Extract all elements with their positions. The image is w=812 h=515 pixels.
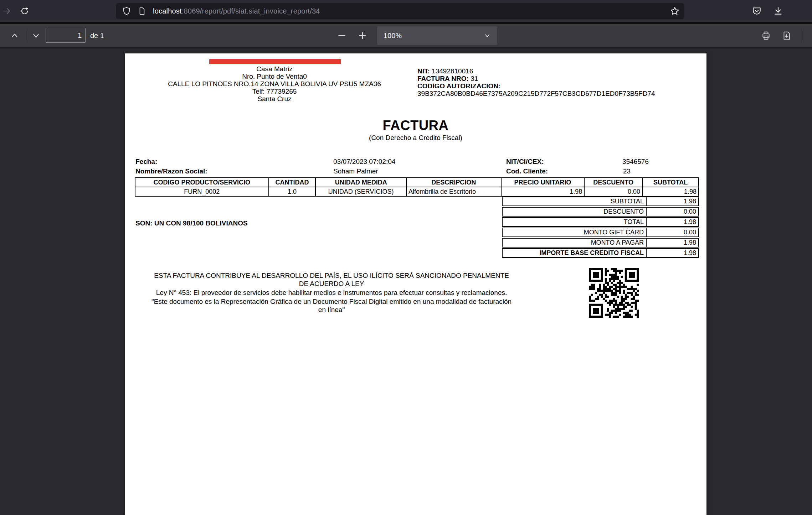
total-value: 1.98 xyxy=(646,217,699,227)
total-row-monto-a-pagar: MONTO A PAGAR 1.98 xyxy=(502,238,699,248)
zoom-out-button[interactable] xyxy=(337,31,346,40)
total-label: DESCUENTO xyxy=(502,207,646,217)
pdf-viewer[interactable]: HUAYCHO SUIZA MANUEL ALFREDO Casa Matriz… xyxy=(0,48,812,515)
total-label: TOTAL xyxy=(502,217,646,227)
save-button[interactable] xyxy=(782,31,791,40)
nit-label: NIT: xyxy=(417,67,430,75)
legal-footer: ESTA FACTURA CONTRIBUYE AL DESARROLLO DE… xyxy=(135,271,528,314)
factura-nro-value: 31 xyxy=(471,75,478,82)
browser-navbar: localhost:8069/report/pdf/siat.siat_invo… xyxy=(0,0,812,22)
url-path: :8069/report/pdf/siat.siat_invoice_repor… xyxy=(182,7,320,15)
company-pos: Nro. Punto de Venta0 xyxy=(146,73,403,80)
codigo-autorizacion-value: 39B372CA80B0BD46E7375A209C215D772F57CB3C… xyxy=(417,90,655,97)
table-row: FURN_0002 1.0 UNIDAD (SERVICIOS) Alfombr… xyxy=(135,187,699,196)
col-header-precio: PRECIO UNITARIO xyxy=(501,178,585,187)
url-text[interactable]: localhost:8069/report/pdf/siat.siat_invo… xyxy=(153,7,320,15)
plus-icon xyxy=(358,31,367,40)
col-header-descripcion: DESCRIPCION xyxy=(406,178,501,187)
total-value: 1.98 xyxy=(646,248,699,258)
zoom-level-select[interactable]: 100% xyxy=(377,26,497,45)
chevron-down-icon xyxy=(31,31,41,40)
col-header-subtotal: SUBTOTAL xyxy=(642,178,699,187)
fiscal-block: NIT: 13492810016 FACTURA NRO: 31 CODIGO … xyxy=(417,67,655,97)
company-city: Santa Cruz xyxy=(146,95,403,103)
company-phone: Telf: 77739265 xyxy=(146,88,403,95)
document-title: FACTURA xyxy=(125,118,706,133)
item-codigo: FURN_0002 xyxy=(135,187,269,196)
shield-icon[interactable] xyxy=(122,7,131,15)
pocket-icon xyxy=(752,6,761,16)
pdf-toolbar: de 1 100% xyxy=(0,24,812,47)
company-address: CALLE LO PITNOES NRO.14 ZONA VILLA BOLIV… xyxy=(146,80,403,88)
forward-arrow-icon xyxy=(2,7,11,15)
page-number-input[interactable] xyxy=(46,28,86,43)
item-subtotal: 1.98 xyxy=(642,187,699,196)
toolbar-divider xyxy=(26,29,26,42)
qr-code xyxy=(589,268,639,318)
nit-ci-label: NIT/CI/CEX: xyxy=(506,158,544,166)
print-button[interactable] xyxy=(761,31,771,40)
zoom-level-value: 100% xyxy=(384,32,402,40)
total-label: IMPORTE BASE CREDITO FISCAL xyxy=(502,248,646,258)
total-row-gift-card: MONTO GIFT CARD 0.00 xyxy=(502,228,699,237)
total-row-importe-base: IMPORTE BASE CREDITO FISCAL 1.98 xyxy=(502,248,699,258)
url-host: localhost xyxy=(153,7,182,15)
footer-line: ESTA FACTURA CONTRIBUYE AL DESARROLLO DE… xyxy=(135,271,528,280)
pocket-button[interactable] xyxy=(751,5,763,17)
footer-line: "Este documento es la Representación Grá… xyxy=(135,297,528,306)
bookmark-star-button[interactable] xyxy=(670,6,679,16)
reload-button[interactable] xyxy=(19,5,31,17)
footer-line: en línea" xyxy=(135,306,528,314)
download-icon xyxy=(774,6,783,16)
factura-nro-label: FACTURA NRO: xyxy=(417,75,469,82)
cod-cliente-label: Cod. Cliente: xyxy=(506,167,548,175)
chevron-down-icon xyxy=(484,32,491,39)
save-page-icon xyxy=(782,31,791,40)
page-count-label: de 1 xyxy=(90,24,104,47)
col-header-descuento: DESCUENTO xyxy=(584,178,642,187)
item-descuento: 0.00 xyxy=(584,187,642,196)
forward-button[interactable] xyxy=(1,5,13,17)
company-block: HUAYCHO SUIZA MANUEL ALFREDO Casa Matriz… xyxy=(146,58,403,103)
url-bar[interactable]: localhost:8069/report/pdf/siat.siat_invo… xyxy=(116,3,684,19)
col-header-cantidad: CANTIDAD xyxy=(269,178,316,187)
downloads-button[interactable] xyxy=(772,5,784,17)
minus-icon xyxy=(337,31,346,40)
total-value: 1.98 xyxy=(646,197,699,206)
cod-cliente-value: 23 xyxy=(623,167,631,175)
items-table: CODIGO PRODUCTO/SERVICIO CANTIDAD UNIDAD… xyxy=(135,177,699,197)
zoom-in-button[interactable] xyxy=(358,31,367,40)
total-row-subtotal: SUBTOTAL 1.98 xyxy=(502,197,699,206)
nit-ci-value: 3546576 xyxy=(622,158,649,166)
total-value: 0.00 xyxy=(646,228,699,237)
footer-line: Ley N° 453: El proveedor de servicios de… xyxy=(135,288,528,297)
star-icon xyxy=(670,6,679,16)
chevron-up-icon xyxy=(10,31,19,40)
page-info-icon[interactable] xyxy=(138,7,146,15)
printer-icon xyxy=(761,31,771,40)
col-header-unidad: UNIDAD MEDIDA xyxy=(315,178,406,187)
razon-social-label: Nombre/Razon Social: xyxy=(135,167,207,175)
item-cantidad: 1.0 xyxy=(269,187,316,196)
invoice-page: HUAYCHO SUIZA MANUEL ALFREDO Casa Matriz… xyxy=(125,53,706,515)
totals-table: SUBTOTAL 1.98 DESCUENTO 0.00 TOTAL 1.98 … xyxy=(502,197,699,259)
item-descripcion: Alfombrilla de Escritorio xyxy=(406,187,501,196)
next-page-button[interactable] xyxy=(31,31,41,40)
total-label: MONTO A PAGAR xyxy=(502,238,646,248)
previous-page-button[interactable] xyxy=(10,31,19,40)
total-value: 1.98 xyxy=(646,238,699,248)
fecha-label: Fecha: xyxy=(135,158,157,166)
total-row-descuento: DESCUENTO 0.00 xyxy=(502,207,699,217)
toolbar-divider xyxy=(803,29,803,42)
col-header-codigo: CODIGO PRODUCTO/SERVICIO xyxy=(135,178,269,187)
document-subtitle: (Con Derecho a Credito Fiscal) xyxy=(125,134,706,142)
total-label: MONTO GIFT CARD xyxy=(502,228,646,237)
total-value: 0.00 xyxy=(646,207,699,217)
company-branch: Casa Matriz xyxy=(146,65,403,73)
codigo-autorizacion-label: CODIGO AUTORIZACION: xyxy=(417,82,500,90)
item-unidad: UNIDAD (SERVICIOS) xyxy=(315,187,406,196)
razon-social-value: Soham Palmer xyxy=(333,167,378,175)
amount-in-words: SON: UN CON 98/100 BOLIVIANOS xyxy=(135,219,248,227)
items-header-row: CODIGO PRODUCTO/SERVICIO CANTIDAD UNIDAD… xyxy=(135,178,699,187)
redaction-bar xyxy=(209,59,341,64)
